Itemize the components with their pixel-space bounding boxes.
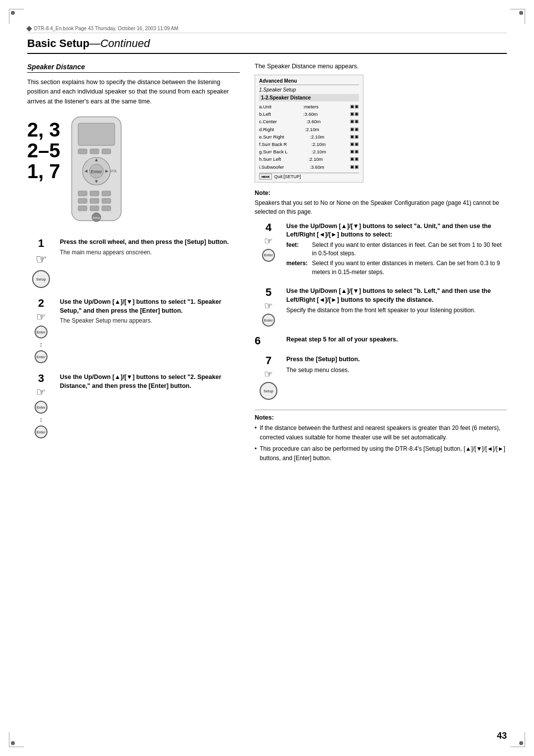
page-title: Basic Setup—Continued xyxy=(27,37,507,54)
notes-list-item: This procedure can also be performed by … xyxy=(255,444,507,463)
step-4-items: feet: Select if you want to enter distan… xyxy=(286,241,507,277)
step-5-desc: Specify the distance from the front left… xyxy=(286,306,507,315)
header-diamond xyxy=(26,26,32,31)
step-3-enter-btn: Enter xyxy=(35,401,47,414)
svg-text:Setup: Setup xyxy=(92,216,100,219)
menu-row: b.Left:3.60m▣▣ xyxy=(259,110,359,118)
corner-dot-br xyxy=(519,741,523,745)
svg-rect-21 xyxy=(102,206,111,211)
step-2-arrow: ↕ xyxy=(40,340,43,348)
menu-sub: 1.Speaker Setup xyxy=(259,87,359,93)
menu-row: d.Right:2.10m▣▣ xyxy=(259,126,359,133)
svg-rect-15 xyxy=(102,191,111,196)
step-6-title: Repeat step 5 for all of your speakers. xyxy=(286,335,507,344)
step-4-content: Use the Up/Down [▲]/[▼] buttons to selec… xyxy=(286,222,507,279)
menu-footer-icons: ⏮⏭ xyxy=(259,174,272,180)
menu-screenshot: Advanced Menu 1.Speaker Setup 1-2.Speake… xyxy=(255,75,363,183)
svg-rect-16 xyxy=(78,198,87,203)
step-4-row: 4 ☞ Enter Use the Up/Down [▲]/[▼] button… xyxy=(255,222,507,279)
title-italic: —Continued xyxy=(89,37,150,49)
step-6-row: 6 Repeat step 5 for all of your speakers… xyxy=(255,335,507,346)
step-5-row: 5 ☞ Enter Use the Up/Down [▲]/[▼] button… xyxy=(255,287,507,327)
corner-dot-tl xyxy=(11,11,15,15)
menu-row: a.Unit:meters▣▣ xyxy=(259,103,359,110)
step-7-desc: The setup menu closes. xyxy=(286,366,507,375)
step-1-content: Press the scroll wheel, and then press t… xyxy=(60,238,240,257)
step-2-title: Use the Up/Down [▲]/[▼] buttons to selec… xyxy=(60,298,240,315)
big-step-label-1: 2, 3 xyxy=(27,119,60,140)
page-number: 43 xyxy=(497,731,507,741)
notes-list: If the distance between the furthest and… xyxy=(255,424,507,463)
step-1-desc: The main menu appears onscreen. xyxy=(60,248,240,257)
menu-row: c.Center:3.60m▣▣ xyxy=(259,118,359,125)
step-7-content: Press the [Setup] button. The setup menu… xyxy=(286,355,507,375)
svg-rect-14 xyxy=(90,191,99,196)
svg-rect-13 xyxy=(78,191,87,196)
step-1-hand-icon: ☞ xyxy=(36,252,47,267)
remote-control-image: Enter ▲ ▼ ◄ ► VOL xyxy=(64,114,129,228)
step-5-num: 5 xyxy=(266,287,271,298)
remote-area: 2, 3 2–5 1, 7 Enter xyxy=(27,114,240,228)
step-2-enter-btn: Enter xyxy=(35,326,47,338)
corner-dot-bl xyxy=(11,741,15,745)
section-intro: This section explains how to specify the… xyxy=(27,78,240,106)
corner-dot-tr xyxy=(519,11,523,15)
step-4-item-meters: meters: Select if you want to enter dist… xyxy=(286,259,507,277)
step-2-enter-btn2: Enter xyxy=(35,350,47,363)
step-3-arrow: ↕ xyxy=(40,416,43,424)
step-2-desc: The Speaker Setup menu appears. xyxy=(60,317,240,325)
step-7-row: 7 ☞ Setup Press the [Setup] button. The … xyxy=(255,355,507,400)
svg-text:►: ► xyxy=(104,168,109,174)
bottom-notes: Notes: If the distance between the furth… xyxy=(255,410,507,463)
step-2-row: 2 ☞ Enter ↕ Enter Use the Up/Down [▲]/[▼… xyxy=(27,298,240,363)
step-3-title: Use the Up/Down [▲]/[▼] buttons to selec… xyxy=(60,373,240,390)
step-5-title: Use the Up/Down [▲]/[▼] buttons to selec… xyxy=(286,287,507,304)
step-4-title: Use the Up/Down [▲]/[▼] buttons to selec… xyxy=(286,222,507,239)
step-6-num: 6 xyxy=(255,335,282,346)
svg-rect-2 xyxy=(78,149,87,154)
step-1-row: 1 ☞ Setup Press the scroll wheel, and th… xyxy=(27,238,240,288)
menu-appears-text: The Speaker Distance menu appears. xyxy=(255,63,507,70)
step-3-enter-btn2: Enter xyxy=(35,425,47,438)
svg-text:◄: ◄ xyxy=(84,168,89,174)
notes-list-item: If the distance between the furthest and… xyxy=(255,424,507,442)
left-column: Speaker Distance This section explains h… xyxy=(27,63,240,466)
step-3-num: 3 xyxy=(38,373,44,384)
step-7-setup-btn: Setup xyxy=(260,382,277,400)
note-label: Note: xyxy=(255,189,507,196)
svg-text:▲: ▲ xyxy=(94,157,99,162)
step-3-content: Use the Up/Down [▲]/[▼] buttons to selec… xyxy=(60,373,240,392)
svg-rect-3 xyxy=(90,149,99,154)
step-6-content: Repeat step 5 for all of your speakers. xyxy=(286,335,507,346)
step-4-meters-text: Select if you want to enter distances in… xyxy=(312,259,507,277)
step-2-num: 2 xyxy=(38,298,44,309)
step-7-hand-icon: ☞ xyxy=(264,368,273,380)
menu-item-box: 1-2.Speaker Distance xyxy=(259,94,359,101)
menu-footer-text: Quit:[SETUP] xyxy=(274,174,301,179)
step-5-content: Use the Up/Down [▲]/[▼] buttons to selec… xyxy=(286,287,507,315)
svg-rect-17 xyxy=(90,198,99,203)
menu-row: i.Subwoofer:3.60m▣▣ xyxy=(259,163,359,171)
page-content: Basic Setup—Continued Speaker Distance T… xyxy=(27,37,507,726)
title-main: Basic Setup xyxy=(27,37,89,49)
step-3-row: 3 ☞ Enter ↕ Enter Use the Up/Down [▲]/[▼… xyxy=(27,373,240,438)
step-4-item-feet: feet: Select if you want to enter distan… xyxy=(286,241,507,258)
step-4-enter-btn: Enter xyxy=(262,249,275,262)
corner-mark-bl xyxy=(9,732,24,747)
corner-mark-tr xyxy=(510,9,525,24)
step-7-title: Press the [Setup] button. xyxy=(286,355,507,364)
menu-footer: ⏮⏭ Quit:[SETUP] xyxy=(259,173,359,179)
menu-row: g.Surr Back L:2.10m▣▣ xyxy=(259,148,359,155)
step-5-hand-icon: ☞ xyxy=(264,300,273,312)
step-1-setup-btn: Setup xyxy=(32,270,50,288)
step-2-hand-icon: ☞ xyxy=(36,311,46,324)
header-text: DTR-8.4_En.book Page 43 Thursday, Octobe… xyxy=(34,26,178,31)
corner-mark-br xyxy=(510,732,525,747)
svg-rect-18 xyxy=(102,198,111,203)
svg-rect-1 xyxy=(78,123,115,145)
step-3-hand-icon: ☞ xyxy=(36,386,46,399)
step-4-feet-text: Select if you want to enter distances in… xyxy=(312,241,507,258)
menu-rows: a.Unit:meters▣▣b.Left:3.60m▣▣c.Center:3.… xyxy=(259,103,359,171)
two-col-layout: Speaker Distance This section explains h… xyxy=(27,63,507,466)
step-5-enter-btn: Enter xyxy=(262,314,275,327)
